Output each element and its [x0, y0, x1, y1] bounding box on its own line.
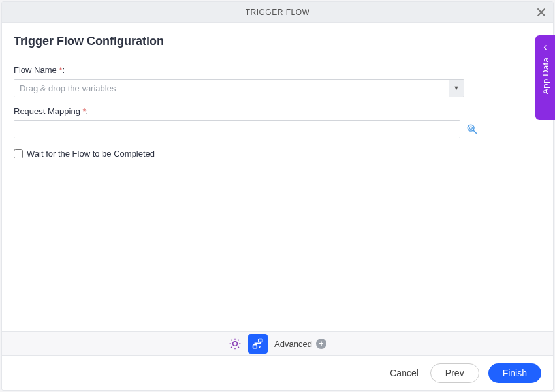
app-data-tab[interactable]: ‹ App Data [535, 35, 555, 120]
flow-name-label-text: Flow Name [14, 65, 57, 75]
colon-2: : [86, 106, 89, 116]
flow-name-dropdown-button[interactable]: ▼ [449, 79, 464, 97]
plus-icon: + [316, 339, 326, 349]
settings-button[interactable] [229, 337, 242, 350]
request-mapping-input[interactable] [14, 120, 460, 138]
flow-name-combo: ▼ [14, 79, 464, 97]
advanced-toolbar: Advanced + [2, 331, 553, 356]
flow-name-input[interactable] [14, 79, 449, 97]
wait-checkbox-row[interactable]: Wait for the Flow to be Completed [14, 149, 541, 158]
page-title: Trigger Flow Configuration [14, 35, 541, 48]
modal: TRIGGER FLOW Trigger Flow Configuration … [1, 1, 554, 391]
close-button[interactable] [533, 5, 549, 20]
flow-name-label: Flow Name *: [14, 65, 541, 75]
cancel-button[interactable]: Cancel [387, 364, 421, 382]
request-mapping-label-text: Request Mapping [14, 106, 80, 116]
close-icon [536, 7, 547, 18]
svg-point-0 [468, 125, 474, 131]
advanced-label-text: Advanced [274, 339, 312, 349]
wait-checkbox[interactable] [14, 149, 23, 158]
wait-checkbox-label: Wait for the Flow to be Completed [27, 149, 155, 158]
diagram-icon [251, 337, 264, 350]
diagram-button[interactable] [248, 334, 268, 354]
chevron-left-icon: ‹ [543, 42, 547, 52]
request-mapping-label: Request Mapping *: [14, 106, 541, 116]
modal-footer: Cancel Prev Finish [2, 356, 553, 390]
request-mapping-row [14, 120, 479, 138]
modal-content: Trigger Flow Configuration Flow Name *: … [2, 23, 553, 331]
finish-button[interactable]: Finish [488, 363, 541, 383]
prev-button[interactable]: Prev [430, 363, 479, 383]
svg-line-2 [473, 130, 476, 133]
app-data-tab-label: App Data [541, 57, 550, 95]
colon: : [62, 65, 65, 75]
advanced-toggle[interactable]: Advanced + [274, 339, 326, 349]
svg-rect-4 [253, 345, 257, 348]
modal-title: TRIGGER FLOW [246, 8, 310, 17]
request-mapping-lookup-button[interactable] [466, 123, 479, 136]
svg-rect-3 [259, 339, 262, 342]
magnify-icon [466, 123, 478, 135]
chevron-down-icon: ▼ [454, 85, 460, 91]
gear-icon [229, 337, 242, 350]
svg-point-1 [469, 127, 473, 130]
modal-header: TRIGGER FLOW [2, 2, 553, 23]
